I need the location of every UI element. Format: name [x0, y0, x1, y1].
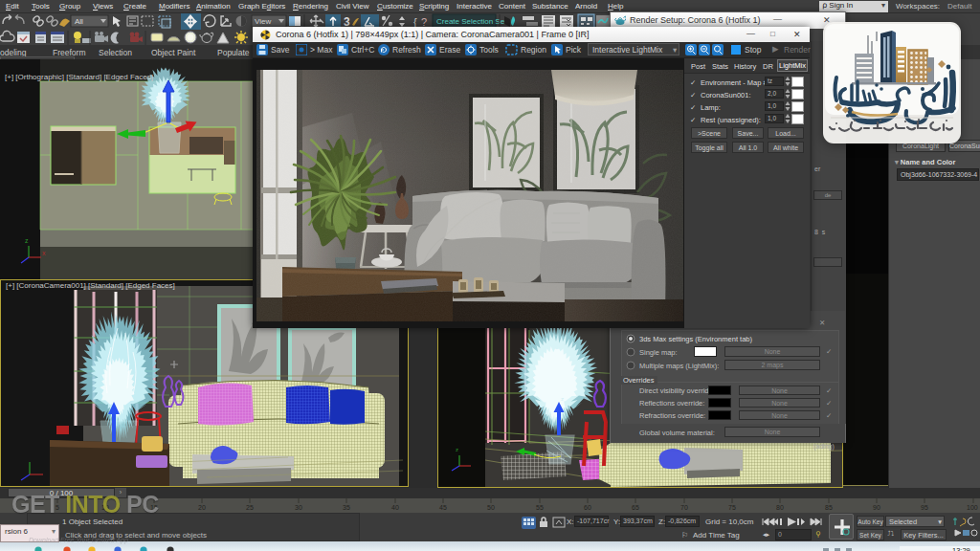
svg-text:z: z — [25, 237, 29, 244]
svg-text:All: All — [75, 17, 83, 26]
svg-text:80: 80 — [776, 504, 784, 511]
svg-text:30: 30 — [295, 504, 302, 511]
svg-text:70: 70 — [680, 504, 688, 511]
svg-text:95: 95 — [921, 504, 928, 511]
svg-text:13:29: 13:29 — [952, 546, 970, 551]
svg-text:55: 55 — [536, 504, 544, 511]
svg-text:View: View — [255, 17, 271, 26]
svg-text:25: 25 — [246, 504, 254, 511]
svg-text:75: 75 — [728, 504, 736, 511]
svg-text:z: z — [456, 447, 458, 452]
svg-text:45: 45 — [439, 504, 447, 511]
svg-text:50: 50 — [487, 504, 495, 511]
svg-text:100: 100 — [967, 504, 978, 511]
svg-text:20: 20 — [198, 504, 206, 511]
svg-text:65: 65 — [632, 504, 639, 511]
svg-text:85: 85 — [825, 504, 833, 511]
svg-text:z: z — [561, 396, 564, 402]
svg-text:35: 35 — [343, 504, 350, 511]
svg-text:60: 60 — [584, 504, 591, 511]
svg-text:40: 40 — [391, 504, 399, 511]
svg-text:Create Selection Se: Create Selection Se — [436, 17, 505, 26]
svg-text:x: x — [42, 250, 46, 256]
svg-text:90: 90 — [873, 504, 880, 511]
